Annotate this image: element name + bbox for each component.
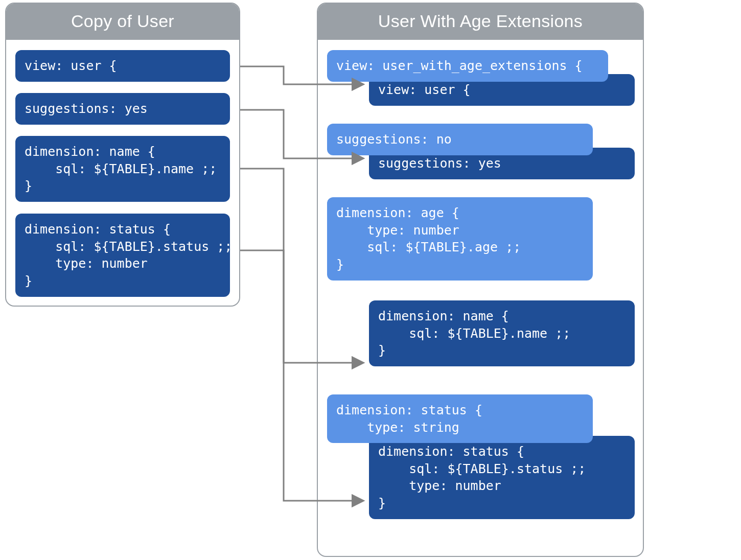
left-suggestions-block: suggestions: yes	[15, 93, 230, 125]
panel-title-right: User With Age Extensions	[318, 4, 643, 40]
panel-copy-of-user: Copy of User view: user { suggestions: y…	[5, 3, 240, 307]
right-suggestions-ext-block: suggestions: no	[327, 124, 593, 155]
left-dimension-name-block: dimension: name { sql: ${TABLE}.name ;; …	[15, 136, 230, 202]
left-view-block: view: user {	[15, 50, 230, 82]
panel-title-left: Copy of User	[6, 4, 239, 40]
right-dimension-status-ext-block: dimension: status { type: string	[327, 394, 593, 444]
right-view-ext-block: view: user_with_age_extensions {	[327, 50, 608, 82]
right-dimension-status-base-block: dimension: status { sql: ${TABLE}.status…	[369, 436, 635, 519]
left-dimension-status-block: dimension: status { sql: ${TABLE}.status…	[15, 214, 230, 297]
right-dimension-name-base-block: dimension: name { sql: ${TABLE}.name ;; …	[369, 300, 635, 366]
diagram-canvas: Copy of User view: user { suggestions: y…	[0, 0, 741, 560]
panel-user-with-age-extensions: User With Age Extensions view: user { vi…	[317, 3, 644, 557]
right-dimension-age-block: dimension: age { type: number sql: ${TAB…	[327, 197, 593, 281]
